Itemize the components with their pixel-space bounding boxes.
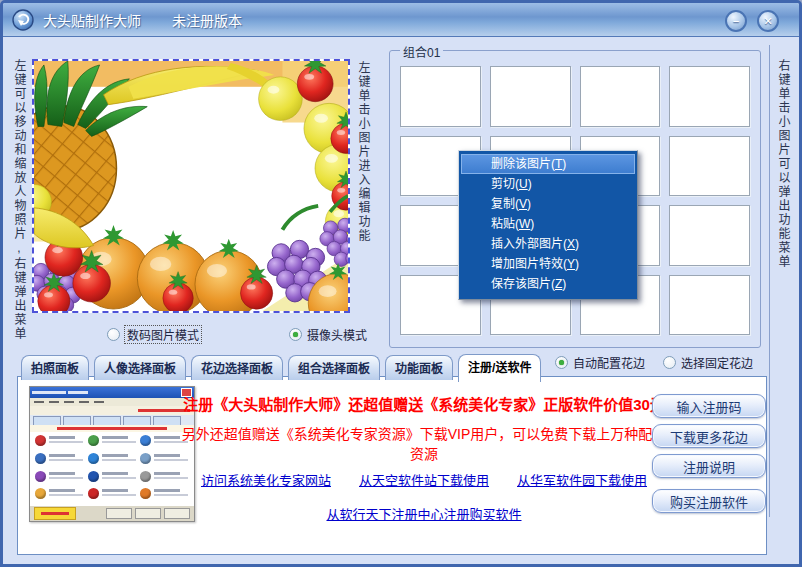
radio-digital-label[interactable]: 数码图片模式 (125, 326, 201, 343)
hint-left-text: 左键可以移动和缩放人物照片,右键弹出菜单 (11, 59, 27, 341)
promo-screenshot (29, 386, 195, 522)
minimize-button[interactable]: – (725, 10, 747, 32)
promo-app-icon (88, 488, 99, 499)
promo-app-icon (140, 488, 151, 499)
tab-register[interactable]: 注册/送软件 (458, 354, 541, 382)
promo-app-icon (35, 471, 46, 482)
radio-digital-mode[interactable] (107, 328, 120, 341)
menu-item-copy[interactable]: 复制(V) (461, 194, 635, 214)
titlebar: 大头贴制作大师 未注册版本 (3, 3, 799, 37)
tab-function[interactable]: 功能面板 (385, 355, 453, 380)
combo-cell[interactable] (490, 66, 571, 127)
promo-icon-grid (30, 432, 194, 506)
buy-software-button[interactable]: 购买注册软件 (652, 489, 766, 513)
download-borders-button[interactable]: 下载更多花边 (652, 424, 766, 448)
window-subtitle: 未注册版本 (172, 10, 242, 30)
radio-auto-border-label[interactable]: 自动配置花边 (573, 354, 645, 371)
promo-app-item (88, 453, 137, 468)
hint-middle-text: 左键单击小图片进入编辑功能 (355, 61, 371, 243)
fruit-frame-image (34, 61, 348, 311)
close-button[interactable]: ✕ (757, 10, 779, 32)
radio-fixed-border-label[interactable]: 选择固定花边 (681, 354, 753, 371)
promo-menubar (30, 398, 194, 406)
promo-app-icon (35, 488, 46, 499)
menu-item-paste[interactable]: 粘贴(W) (461, 214, 635, 234)
menu-item-delete[interactable]: 删除该图片(T) (461, 154, 635, 174)
hint-right-text: 右键单击小图片可以弹出功能菜单 (775, 59, 791, 269)
tab-combo-select[interactable]: 组合选择面板 (288, 355, 380, 380)
promo-app-item (35, 471, 84, 486)
promo-app-icon (88, 453, 99, 464)
promo-app-item (140, 488, 189, 503)
app-window: 大头贴制作大师 未注册版本 – ✕ 左键可以移动和缩放人物照片,右键弹出菜单 左… (0, 0, 802, 567)
menu-item-add-effect[interactable]: 增加图片特效(Y) (461, 254, 635, 274)
register-panel: 注册《大头贴制作大师》还超值赠送《系统美化专家》正版软件价值30元 另外还超值赠… (17, 376, 767, 555)
promo-app-icon (88, 471, 99, 482)
combo-cell[interactable] (669, 275, 750, 336)
promo-tabs (30, 415, 194, 425)
border-radio-auto: 自动配置花边 (555, 354, 645, 371)
combo-cell[interactable] (669, 205, 750, 266)
promo-app-item (35, 488, 84, 503)
combo-cell[interactable] (669, 136, 750, 197)
radio-fixed-border[interactable] (663, 356, 676, 369)
enter-regcode-button[interactable]: 输入注册码 (652, 394, 766, 418)
promo-button (135, 508, 161, 519)
links-row: 访问系统美化专家网站 从天空软件站下载使用 从华军软件园下载使用 (178, 470, 670, 489)
tab-border-select[interactable]: 花边选择面板 (191, 355, 283, 380)
link-onlinedown-download[interactable]: 从华军软件园下载使用 (517, 470, 647, 489)
mode-radio-camera: 摄像头模式 (289, 326, 367, 343)
menu-item-cut[interactable]: 剪切(U) (461, 174, 635, 194)
promo-app-item (88, 488, 137, 503)
photo-preview[interactable] (32, 59, 350, 313)
tab-portrait-select[interactable]: 人像选择面板 (94, 355, 186, 380)
link-regnow-purchase[interactable]: 从软行天下注册中心注册购买软件 (326, 507, 521, 522)
promo-app-icon (35, 453, 46, 464)
promo-app-icon (88, 435, 99, 446)
link-visit-website[interactable]: 访问系统美化专家网站 (201, 470, 331, 489)
combo-cell[interactable] (580, 66, 661, 127)
promo-title-text (32, 391, 66, 394)
combo-group-title: 组合01 (400, 43, 443, 60)
border-radio-fixed: 选择固定花边 (663, 354, 753, 371)
right-divider (769, 45, 770, 517)
promo-app-icon (140, 435, 151, 446)
mode-radio-digital: 数码图片模式 (107, 326, 201, 343)
links-row-2: 从软行天下注册中心注册购买软件 (178, 504, 670, 523)
promo-button (106, 508, 132, 519)
register-subline: 另外还超值赠送《系统美化专家资源》下载VIP用户，可以免费下载上万种配套资源 (178, 423, 670, 463)
context-menu: 删除该图片(T) 剪切(U) 复制(V) 粘贴(W) 插入外部图片(X) 增加图… (458, 150, 638, 300)
promo-logo (34, 507, 76, 520)
promo-app-item (35, 435, 84, 450)
combo-cell[interactable] (400, 66, 481, 127)
promo-titlebar (30, 387, 194, 398)
radio-camera-label[interactable]: 摄像头模式 (307, 326, 367, 343)
promo-banner (30, 425, 194, 432)
promo-app-item (35, 453, 84, 468)
promo-app-item (88, 471, 137, 486)
radio-camera-mode[interactable] (289, 328, 302, 341)
link-skycn-download[interactable]: 从天空软件站下载使用 (359, 470, 489, 489)
promo-app-icon (140, 471, 151, 482)
menu-item-insert-image[interactable]: 插入外部图片(X) (461, 234, 635, 254)
tab-bar: 拍照面板 人像选择面板 花边选择面板 组合选择面板 功能面板 注册/送软件 (21, 354, 541, 380)
window-title: 大头贴制作大师 (43, 10, 141, 30)
promo-app-icon (35, 435, 46, 446)
register-help-button[interactable]: 注册说明 (652, 454, 766, 478)
app-icon (12, 9, 34, 31)
promo-app-item (88, 435, 137, 450)
tab-photo[interactable]: 拍照面板 (21, 355, 89, 380)
radio-auto-border[interactable] (555, 356, 568, 369)
menu-item-save-image[interactable]: 保存该图片(Z) (461, 274, 635, 294)
promo-app-icon (140, 453, 151, 464)
combo-cell[interactable] (669, 66, 750, 127)
promo-notice (30, 406, 194, 415)
register-headline: 注册《大头贴制作大师》还超值赠送《系统美化专家》正版软件价值30元 (178, 393, 670, 414)
promo-statusbar (30, 506, 194, 521)
